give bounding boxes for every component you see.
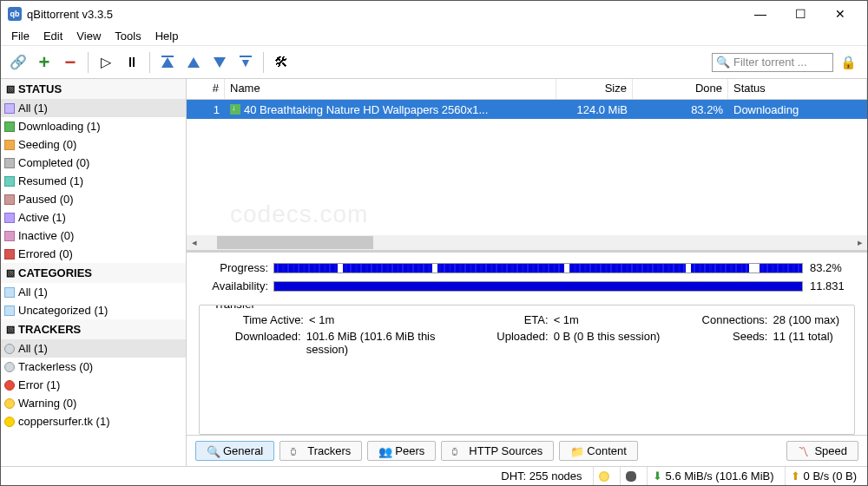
folder-icon (4, 287, 15, 298)
col-number[interactable]: # (187, 79, 225, 99)
maximize-button[interactable]: ☐ (780, 1, 820, 27)
tab-http-sources[interactable]: ⧮HTTP Sources (441, 441, 554, 461)
tracker-icon (4, 344, 15, 354)
transfer-legend: Transfer (210, 305, 259, 311)
status-globe[interactable] (593, 467, 615, 485)
sidebar-item-errored[interactable]: Errored (0) (1, 245, 186, 263)
availability-value: 11.831 (803, 279, 855, 292)
active-icon (4, 213, 15, 223)
tab-speed[interactable]: 〽Speed (786, 441, 858, 461)
up-arrow-icon: ⬆ (791, 470, 800, 483)
progress-value: 83.2% (803, 261, 855, 274)
sidebar-item-trackerless[interactable]: Trackerless (0) (1, 358, 186, 376)
error-icon (4, 380, 15, 391)
statusbar: DHT: 255 nodes ⬇5.6 MiB/s (101.6 MiB) ⬆0… (1, 466, 867, 485)
errored-icon (4, 249, 15, 259)
remove-torrent-icon[interactable]: − (58, 50, 82, 75)
table-row[interactable]: 1 40 Breathtaking Nature HD Wallpapers 2… (187, 100, 867, 119)
scroll-right-icon[interactable]: ▸ (852, 237, 867, 248)
sidebar-item-trk-warning[interactable]: Warning (0) (1, 394, 186, 412)
tab-general[interactable]: 🔍General (195, 441, 274, 461)
cell-num: 1 (187, 102, 225, 118)
horizontal-scrollbar[interactable]: ◂ ▸ (187, 235, 867, 250)
lock-icon[interactable]: 🔒 (840, 55, 857, 70)
add-torrent-icon[interactable]: + (32, 50, 56, 75)
downloaded-val: 101.6 MiB (101.6 MiB this session) (306, 330, 476, 356)
app-icon: qb (8, 7, 22, 21)
connections-val: 28 (100 max) (773, 313, 839, 326)
sidebar-item-trk-error[interactable]: Error (1) (1, 376, 186, 394)
sidebar-item-active[interactable]: Active (1) (1, 208, 186, 227)
tab-trackers[interactable]: ⧮Trackers (279, 441, 362, 461)
sidebar-item-cat-uncat[interactable]: Uncategorized (1) (1, 301, 186, 319)
tab-content[interactable]: 📁Content (559, 441, 638, 461)
search-icon: 🔍 (716, 56, 730, 69)
move-top-icon[interactable] (155, 50, 180, 75)
eta-val: < 1m (554, 313, 579, 326)
scroll-left-icon[interactable]: ◂ (187, 237, 201, 248)
categories-heading[interactable]: ▧CATEGORIES (1, 263, 186, 283)
time-active-key: Time Active: (205, 313, 309, 326)
separator (88, 52, 89, 73)
downloading-icon (230, 104, 240, 115)
sidebar-item-downloading[interactable]: Downloading (1) (1, 117, 186, 135)
menu-help[interactable]: Help (148, 28, 186, 44)
close-button[interactable]: ✕ (820, 1, 860, 27)
inactive-icon (4, 231, 15, 241)
cell-done: 83.2% (633, 102, 728, 118)
paused-icon (4, 194, 15, 205)
menu-view[interactable]: View (69, 28, 108, 44)
settings-icon[interactable]: 🛠 (269, 50, 293, 75)
col-size[interactable]: Size (556, 79, 633, 99)
menu-tools[interactable]: Tools (108, 28, 148, 44)
scroll-thumb[interactable] (217, 236, 373, 249)
sidebar-item-paused[interactable]: Paused (0) (1, 190, 186, 208)
minimize-button[interactable]: — (740, 1, 780, 27)
eta-key: ETA: (476, 313, 554, 326)
status-download[interactable]: ⬇5.6 MiB/s (101.6 MiB) (647, 467, 779, 485)
sidebar-item-inactive[interactable]: Inactive (0) (1, 227, 186, 245)
sidebar-item-seeding[interactable]: Seeding (0) (1, 135, 186, 154)
move-down-icon[interactable] (207, 50, 232, 75)
detail-tabs: 🔍General ⧮Trackers 👥Peers ⧮HTTP Sources … (187, 435, 867, 466)
all-icon (4, 103, 15, 114)
menu-file[interactable]: File (4, 28, 36, 44)
resume-icon[interactable]: ▷ (94, 50, 118, 75)
seeds-key: Seeds: (687, 330, 773, 356)
sidebar-item-resumed[interactable]: Resumed (1) (1, 172, 186, 190)
cell-status: Downloading (728, 102, 867, 118)
move-bottom-icon[interactable] (233, 50, 258, 75)
menubar: File Edit View Tools Help (1, 27, 867, 46)
connections-key: Connections: (687, 313, 773, 326)
http-icon: ⧮ (452, 445, 464, 457)
status-limits[interactable] (620, 467, 641, 485)
status-upload[interactable]: ⬆0 B/s (0 B) (785, 467, 862, 485)
sidebar-item-trk-all[interactable]: All (1) (1, 339, 186, 358)
sidebar: ▧STATUS All (1) Downloading (1) Seeding … (1, 79, 187, 466)
sidebar-item-all[interactable]: All (1) (1, 99, 186, 117)
sidebar-item-trk-coppersurfer[interactable]: coppersurfer.tk (1) (1, 412, 186, 430)
availability-bar (273, 281, 803, 292)
sidebar-item-completed[interactable]: Completed (0) (1, 154, 186, 172)
filter-input[interactable]: 🔍 Filter torrent ... (712, 53, 833, 72)
turtle-icon (626, 471, 636, 482)
col-status[interactable]: Status (728, 79, 867, 99)
watermark: codecs.com (230, 200, 368, 228)
col-done[interactable]: Done (633, 79, 728, 99)
add-link-icon[interactable]: 🔗 (6, 50, 30, 75)
col-name[interactable]: Name (225, 79, 556, 99)
speed-icon: 〽 (798, 445, 810, 457)
general-icon: 🔍 (207, 445, 219, 457)
tab-peers[interactable]: 👥Peers (367, 441, 436, 461)
seeding-icon (4, 140, 15, 150)
move-up-icon[interactable] (181, 50, 206, 75)
status-dht: DHT: 255 nodes (496, 467, 587, 485)
pause-icon[interactable]: ⏸ (120, 50, 144, 75)
availability-label: Availability: (199, 279, 273, 292)
trackers-heading[interactable]: ▧TRACKERS (1, 319, 186, 339)
tracker-icon (4, 362, 15, 372)
status-heading[interactable]: ▧STATUS (1, 79, 186, 99)
sidebar-item-cat-all[interactable]: All (1) (1, 283, 186, 301)
menu-edit[interactable]: Edit (36, 28, 69, 44)
folder-icon (4, 305, 15, 316)
